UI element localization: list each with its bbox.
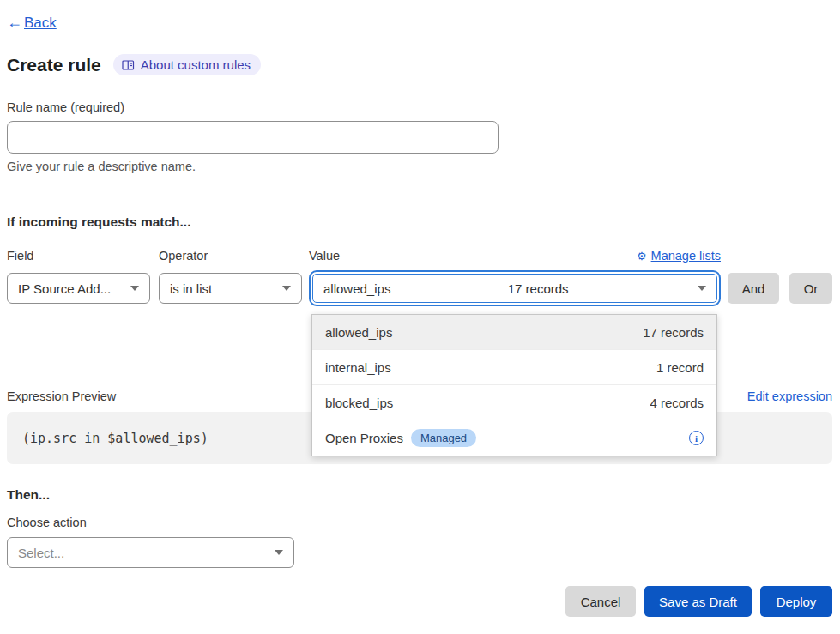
edit-expression-link[interactable]: Edit expression [747,389,832,403]
book-icon [122,59,135,71]
field-select[interactable]: IP Source Add... [7,273,150,304]
value-label: Value [309,249,340,263]
value-select-focus-ring: allowed_ips 17 records [309,270,721,306]
list-item-name: allowed_ips [325,325,392,340]
list-item-records: 17 records [643,325,704,340]
operator-select[interactable]: is in list [159,273,302,304]
chevron-down-icon [698,286,706,291]
chevron-down-icon [130,286,139,291]
action-select[interactable]: Select... [7,537,294,568]
operator-label: Operator [159,249,309,263]
back-link[interactable]: ←Back [7,14,57,32]
page-title: Create rule [7,55,101,75]
create-rule-page: ←Back Create rule About custom rules Rul… [0,0,840,634]
dropdown-item-blocked-ips[interactable]: blocked_ips 4 records [312,385,716,420]
rule-name-helper: Give your rule a descriptive name. [7,160,832,173]
info-icon[interactable]: i [689,431,704,445]
chevron-down-icon [275,550,283,555]
and-button[interactable]: And [728,273,779,304]
dropdown-item-internal-ips[interactable]: internal_ips 1 record [312,350,716,385]
expression-code: (ip.src in $allowed_ips) [22,431,208,446]
operator-select-value: is in list [170,281,212,296]
dropdown-item-open-proxies[interactable]: Open Proxies Managed i [312,420,716,456]
match-section-heading: If incoming requests match... [7,214,832,230]
action-select-placeholder: Select... [18,546,64,560]
deploy-button[interactable]: Deploy [760,586,832,617]
condition-row: IP Source Add... is in list allowed_ips … [7,270,832,306]
gear-icon: ⚙ [637,250,647,263]
value-select[interactable]: allowed_ips 17 records [312,274,717,303]
list-item-name: Open Proxies [325,431,403,445]
field-select-value: IP Source Add... [18,281,111,296]
manage-lists-label: Manage lists [651,249,721,263]
back-link-label: Back [24,15,57,32]
rule-name-input[interactable] [7,121,499,154]
then-section-heading: Then... [7,487,832,503]
back-arrow-icon: ← [7,14,22,32]
chevron-down-icon [282,286,291,291]
list-item-name: internal_ips [325,360,391,375]
field-label: Field [7,249,159,263]
about-badge-label: About custom rules [141,57,251,72]
list-item-records: 4 records [650,395,704,410]
condition-labels-row: Field Operator Value ⚙ Manage lists [7,249,832,263]
or-button[interactable]: Or [789,273,832,304]
cancel-button[interactable]: Cancel [565,586,636,617]
section-divider [0,196,840,196]
manage-lists-link[interactable]: ⚙ Manage lists [637,249,721,263]
list-item-records: 1 record [656,360,704,375]
value-select-records: 17 records [508,281,569,296]
footer-actions: Cancel Save as Draft Deploy [7,586,832,617]
value-select-name: allowed_ips [323,281,390,296]
list-item-name: blocked_ips [325,395,393,410]
rule-name-label: Rule name (required) [7,100,832,114]
about-custom-rules-link[interactable]: About custom rules [113,54,261,75]
choose-action-label: Choose action [7,516,832,529]
managed-badge: Managed [411,429,476,447]
expression-preview-label: Expression Preview [7,389,116,403]
list-dropdown-panel: allowed_ips 17 records internal_ips 1 re… [311,314,717,456]
dropdown-item-allowed-ips[interactable]: allowed_ips 17 records [312,315,716,350]
page-header: Create rule About custom rules [7,54,832,75]
save-as-draft-button[interactable]: Save as Draft [644,586,752,617]
